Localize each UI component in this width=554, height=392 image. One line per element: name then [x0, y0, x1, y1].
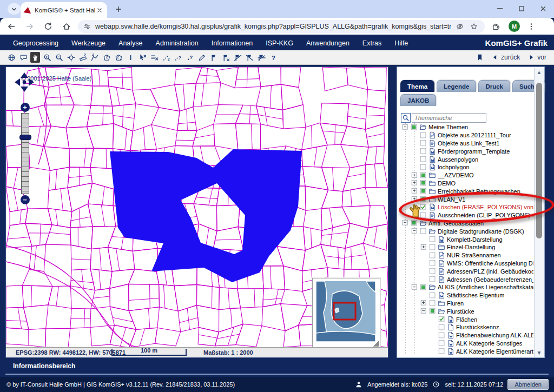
select-remove-tool-button[interactable]	[137, 52, 147, 63]
point-query-tool-button[interactable]: ?	[185, 52, 195, 63]
vertex-edit-tool-button[interactable]: 2	[161, 52, 171, 63]
measure-distance-tool-button[interactable]: 2	[78, 52, 88, 63]
zoom-in-button[interactable]: +	[21, 103, 30, 112]
profile-avatar[interactable]: M	[509, 21, 520, 32]
redline-flag-tool-button[interactable]	[209, 52, 219, 63]
zoom-slider[interactable]: + −	[19, 103, 31, 204]
scroll-up-icon[interactable]: ▲	[535, 68, 544, 76]
tree-checkbox[interactable]	[419, 228, 427, 235]
tree-checkbox[interactable]	[419, 132, 427, 139]
tree-item-wms-öffentliche-ausspielung-di[interactable]: WMS: Öffentliche Ausspielung Digitale S	[400, 260, 533, 268]
tree-expand-icon[interactable]	[411, 180, 418, 187]
search-icon[interactable]	[401, 113, 411, 123]
tree-item-objekte-aus-link-test1[interactable]: Objekte aus Link_Test1	[400, 139, 533, 148]
tab-search-chevron-icon[interactable]	[8, 3, 21, 15]
help-tool-button[interactable]: ?	[268, 52, 278, 63]
pencil-tool-button[interactable]	[197, 52, 207, 63]
tree-expand-icon[interactable]	[420, 300, 427, 307]
tree-checkbox[interactable]	[428, 268, 436, 275]
tree-checkbox[interactable]	[419, 180, 427, 187]
menu-item-hilfe[interactable]: Hilfe	[394, 39, 408, 47]
tab-legende[interactable]: Legende	[437, 80, 476, 92]
measure-polygon-tool-button[interactable]: 2	[114, 52, 123, 63]
tree-item-flächenabweichung-alk-alb-alk[interactable]: Flächenabweichung ALK-ALB (ALK	[400, 331, 533, 340]
bookmark-star-icon[interactable]	[469, 21, 479, 32]
tree-item-einzel-darstellung[interactable]: Einzel-Darstellung	[400, 243, 533, 251]
site-settings-icon[interactable]	[83, 23, 91, 30]
new-tab-button[interactable]	[114, 4, 123, 14]
extensions-icon[interactable]	[489, 19, 503, 34]
tab-thema[interactable]: Thema	[400, 80, 434, 92]
measure-polyline-tool-button[interactable]: 2	[90, 52, 100, 63]
tree-item-adressen-gebaeudereferenzen-lv[interactable]: Adressen (Gebaeudereferenzen_LVerm	[400, 275, 533, 283]
tree-item-adressen-plz-inkl-gebäudekoord[interactable]: Adressen/PLZ (inkl. Gebäudekoordinaten	[400, 267, 533, 275]
tab-druck[interactable]: Druck	[478, 80, 510, 92]
window-minimize-button[interactable]	[489, 0, 511, 17]
measure-area-tool-button[interactable]: 2	[102, 52, 111, 63]
history-forward-button[interactable]: vor	[527, 54, 546, 61]
tree-checkbox[interactable]	[438, 340, 445, 347]
tree-item-fluren[interactable]: Fluren	[400, 300, 533, 308]
redline-flag-remove-all-tool-button[interactable]	[233, 52, 242, 63]
info-tool-button[interactable]: i	[126, 52, 135, 63]
menu-item-isp-kkg[interactable]: ISP-KKG	[266, 39, 293, 47]
center-crosshair-tool-button[interactable]	[66, 52, 76, 63]
tree-checkbox[interactable]	[428, 260, 436, 267]
redline-flag-remove-tool-button[interactable]	[221, 52, 230, 63]
menu-item-administration[interactable]: Administration	[156, 39, 199, 47]
tree-item-aussenpolygon[interactable]: Aussenpolygon	[400, 155, 533, 163]
tree-checkbox[interactable]	[419, 148, 427, 155]
menu-item-geoprocessing[interactable]: Geoprocessing	[13, 39, 58, 47]
window-maximize-button[interactable]	[511, 0, 532, 17]
redline-strike-all-tool-button[interactable]	[256, 52, 266, 63]
tree-checkbox[interactable]	[419, 156, 427, 163]
history-back-button[interactable]: zurück	[491, 54, 520, 61]
tree-checkbox[interactable]	[410, 124, 418, 131]
tree-item-komplett-darstellung[interactable]: Komplett-Darstellung	[400, 235, 533, 243]
tree-item--azvdemo[interactable]: __AZVDEMO	[400, 171, 533, 180]
tree-checkbox[interactable]	[419, 172, 427, 179]
browser-tab[interactable]: KomGIS® + Stadt Halle (Saale)	[21, 2, 107, 18]
tree-item-alk-kategorie-sonstiges[interactable]: ALK Kategorie Sonstiges	[400, 340, 533, 348]
tree-expand-icon[interactable]	[411, 172, 418, 179]
zoom-in-tool-button[interactable]	[42, 52, 52, 63]
vertex-query-tool-button[interactable]: ?	[173, 52, 183, 63]
tree-checkbox[interactable]	[428, 236, 436, 243]
tree-checkbox[interactable]	[428, 244, 436, 251]
zoom-out-button[interactable]: −	[21, 195, 30, 204]
menu-item-analyse[interactable]: Analyse	[118, 39, 142, 47]
menu-item-informationen[interactable]: Informationen	[212, 39, 253, 47]
tree-checkbox[interactable]	[428, 300, 436, 307]
tree-checkbox[interactable]	[428, 252, 436, 259]
list-remove-tool-button[interactable]	[149, 52, 159, 63]
tab-close-icon[interactable]	[95, 6, 104, 15]
tree-item-förderprogramm-template[interactable]: Förderprogramm_Template	[400, 147, 533, 155]
back-button[interactable]	[4, 19, 18, 34]
pan-compass-control[interactable]	[14, 71, 35, 93]
pan-hand-tool-button[interactable]	[30, 52, 40, 63]
logout-button[interactable]: Abmelden	[507, 379, 549, 390]
tree-expand-icon[interactable]	[420, 308, 427, 315]
tree-expand-icon[interactable]	[420, 244, 427, 251]
tree-item-flurstückskennz-[interactable]: Flurstückskennz.	[400, 323, 533, 331]
tree-expand-icon[interactable]	[411, 284, 418, 291]
tree-item-nur-straßennamen[interactable]: NUR Straßennamen	[400, 251, 533, 260]
reload-button[interactable]	[41, 19, 55, 34]
tree-checkbox[interactable]	[419, 139, 427, 147]
tree-item-digitale-stadtgrundkarte-dsgk-[interactable]: Digitale Stadtgrundkarte (DSGK)	[400, 227, 533, 235]
browser-menu-icon[interactable]	[524, 19, 538, 34]
tree-item-flurstücke[interactable]: Flurstücke	[400, 307, 533, 315]
overview-map[interactable]	[312, 278, 380, 348]
tree-checkbox[interactable]	[438, 332, 445, 339]
tree-checkbox[interactable]	[428, 276, 436, 283]
tree-item-meine-themen[interactable]: Meine Themen	[400, 123, 533, 131]
tree-expand-icon[interactable]	[411, 188, 418, 195]
redline-strike-tool-button[interactable]	[245, 52, 254, 63]
eye-off-icon[interactable]	[454, 21, 465, 32]
tree-item-demo[interactable]: DEMO	[400, 180, 533, 188]
tree-checkbox[interactable]	[438, 324, 445, 331]
globe-tool-button[interactable]	[6, 52, 16, 63]
window-close-button[interactable]	[532, 0, 554, 17]
tree-checkbox[interactable]	[419, 164, 427, 171]
theme-search-input[interactable]	[412, 113, 486, 123]
